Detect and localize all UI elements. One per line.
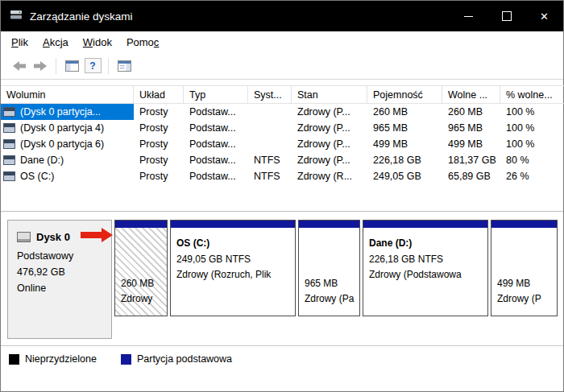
disk-type: Podstawowy xyxy=(17,248,111,264)
arrow-head xyxy=(102,228,113,242)
volume-row[interactable]: (Dysk 0 partycja... Prosty Podstaw... Zd… xyxy=(1,104,563,120)
volume-icon xyxy=(3,123,15,133)
cell-free: 65,89 GB xyxy=(442,168,500,184)
partition-size: 249,05 GB NTFS xyxy=(176,254,294,265)
toolbar-separator xyxy=(56,58,56,74)
app-icon xyxy=(10,9,23,23)
disk-status: Online xyxy=(17,280,111,296)
cell-status: Zdrowy (R... xyxy=(292,168,367,184)
menu-bar: Plik Akcja Widok Pomoc xyxy=(1,31,563,52)
cell-fs: NTFS xyxy=(248,168,292,184)
cell-volume: (Dysk 0 partycja 6) xyxy=(1,136,134,152)
volume-row[interactable]: (Dysk 0 partycja 4) Prosty Podstaw... Zd… xyxy=(1,120,563,136)
partition-block-efi[interactable]: 260 MB Zdrowy xyxy=(114,220,168,316)
cell-capacity: 249,05 GB xyxy=(367,168,442,184)
partition-block-recovery-2[interactable]: 499 MB Zdrowy (P xyxy=(491,220,558,316)
volume-icon xyxy=(3,171,15,181)
annotation-arrow xyxy=(81,228,113,242)
cell-volume: (Dysk 0 partycja... xyxy=(1,104,134,120)
forward-arrow-icon xyxy=(34,61,47,71)
cell-free: 965 MB xyxy=(442,120,500,136)
cell-fs xyxy=(248,120,292,136)
disk-icon xyxy=(17,232,31,242)
column-header-pojemnosc[interactable]: Pojemność xyxy=(367,85,442,104)
cell-pct-free: 100 % xyxy=(500,120,564,136)
disk-name: Dysk 0 xyxy=(36,231,70,243)
volume-row[interactable]: (Dysk 0 partycja 6) Prosty Podstaw... Zd… xyxy=(1,136,563,152)
cell-layout: Prosty xyxy=(134,104,184,120)
partition-info: 499 MB Zdrowy (P xyxy=(491,228,557,316)
console-tree-button[interactable] xyxy=(61,56,82,76)
close-button[interactable]: ✕ xyxy=(525,1,563,31)
maximize-button[interactable] xyxy=(487,1,525,31)
unallocated-color-swatch xyxy=(9,354,19,365)
help-button[interactable]: ? xyxy=(82,56,103,76)
partition-size: 260 MB xyxy=(121,278,166,289)
legend: Nieprzydzielone Partycja podstawowa xyxy=(1,345,563,391)
cell-pct-free: 80 % xyxy=(500,152,564,168)
column-header-typ[interactable]: Typ xyxy=(184,85,248,104)
label-key: A xyxy=(43,36,50,48)
cell-fs xyxy=(248,104,292,120)
menu-item-akcja[interactable]: Akcja xyxy=(35,33,76,52)
partition-block-dane[interactable]: Dane (D:) 226,18 GB NTFS Zdrowy (Podstaw… xyxy=(363,220,488,316)
column-header-pct-wolne[interactable]: % wolne... xyxy=(500,85,564,104)
close-icon: ✕ xyxy=(540,11,549,22)
legend-label: Nieprzydzielone xyxy=(25,353,97,365)
cell-type: Podstaw... xyxy=(184,120,248,136)
label-post: lik xyxy=(19,36,28,48)
column-header-stan[interactable]: Stan xyxy=(292,85,367,104)
column-header-uklad[interactable]: Układ xyxy=(134,85,184,104)
cell-pct-free: 26 % xyxy=(500,168,564,184)
legend-item-unallocated: Nieprzydzielone xyxy=(9,353,97,365)
column-header-system[interactable]: Syst... xyxy=(248,85,292,104)
maximize-icon xyxy=(502,11,512,21)
cell-volume: OS (C:) xyxy=(1,168,134,184)
cell-free: 181,37 GB xyxy=(442,152,500,168)
partition-label: Dane (D:) xyxy=(369,237,487,249)
cell-status: Zdrowy (P... xyxy=(292,136,367,152)
partition-type-bar xyxy=(115,221,167,228)
cell-type: Podstaw... xyxy=(184,136,248,152)
cell-free: 260 MB xyxy=(442,104,500,120)
disk-size: 476,92 GB xyxy=(17,264,111,280)
volume-row[interactable]: Dane (D:) Prosty Podstaw... NTFS Zdrowy … xyxy=(1,152,563,168)
cell-volume: Dane (D:) xyxy=(1,152,134,168)
partition-block-recovery-1[interactable]: 965 MB Zdrowy (Pa xyxy=(298,220,360,316)
column-header-wolne[interactable]: Wolne ... xyxy=(442,85,500,104)
partition-strip: 260 MB Zdrowy OS (C:) 249,05 GB NTFS Zdr… xyxy=(114,220,558,316)
cell-type: Podstaw... xyxy=(184,168,248,184)
menu-item-plik[interactable]: Plik xyxy=(4,33,35,52)
partition-type-bar xyxy=(299,221,359,228)
menu-item-pomoc[interactable]: Pomoc xyxy=(119,33,166,52)
cell-pct-free: 100 % xyxy=(500,104,564,120)
partition-info: OS (C:) 249,05 GB NTFS Zdrowy (Rozruch, … xyxy=(171,228,295,316)
volume-icon xyxy=(3,155,15,165)
forward-button[interactable] xyxy=(30,56,51,76)
volume-icon xyxy=(3,107,15,117)
minimize-button[interactable] xyxy=(450,1,487,31)
partition-status: Zdrowy (Podstawowa xyxy=(369,269,487,280)
action-pane-button[interactable] xyxy=(114,56,135,76)
partition-status: Zdrowy xyxy=(121,293,166,304)
volume-name: Dane (D:) xyxy=(20,155,64,166)
volume-row[interactable]: OS (C:) Prosty Podstaw... NTFS Zdrowy (R… xyxy=(1,168,563,184)
partition-status: Zdrowy (Pa xyxy=(305,293,359,304)
menu-item-widok[interactable]: Widok xyxy=(76,33,119,52)
label-post: kcja xyxy=(50,36,68,48)
cell-capacity: 499 MB xyxy=(367,136,442,152)
column-header-wolumin[interactable]: Wolumin xyxy=(1,85,134,104)
label-post: idok xyxy=(93,36,112,48)
volume-name: (Dysk 0 partycja 6) xyxy=(20,138,104,150)
volume-list: Wolumin Układ Typ Syst... Stan Pojemność… xyxy=(1,85,563,211)
label-key: W xyxy=(83,36,93,48)
cell-fs: NTFS xyxy=(248,152,292,168)
cell-capacity: 260 MB xyxy=(367,104,442,120)
toolbar-separator xyxy=(108,58,109,74)
cell-status: Zdrowy (P... xyxy=(292,104,367,120)
cell-layout: Prosty xyxy=(134,120,184,136)
partition-block-os[interactable]: OS (C:) 249,05 GB NTFS Zdrowy (Rozruch, … xyxy=(170,220,296,316)
back-button[interactable] xyxy=(9,56,30,76)
legend-label: Partycja podstawowa xyxy=(137,353,232,365)
window-controls: ✕ xyxy=(450,1,563,31)
